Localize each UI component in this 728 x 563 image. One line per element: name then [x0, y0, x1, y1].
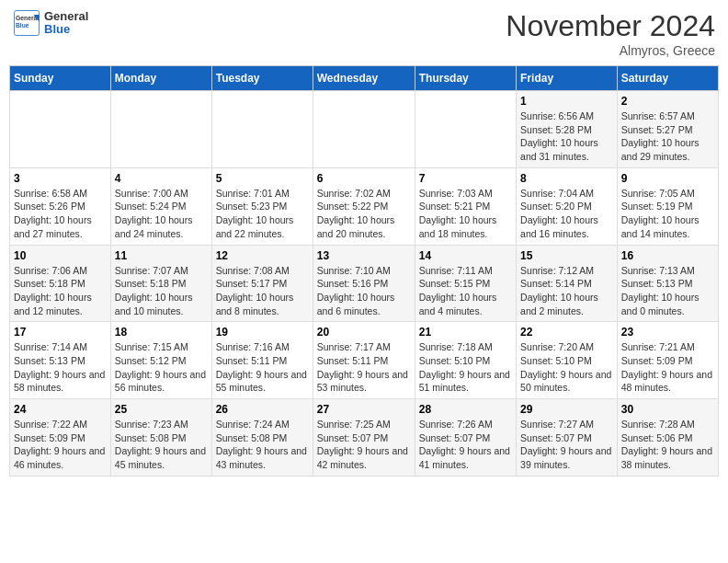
day-info: Sunrise: 7:26 AM Sunset: 5:07 PM Dayligh… [419, 418, 512, 472]
day-number: 19 [216, 326, 309, 339]
calendar-week-row: 17Sunrise: 7:14 AM Sunset: 5:13 PM Dayli… [10, 322, 719, 399]
calendar-week-row: 24Sunrise: 7:22 AM Sunset: 5:09 PM Dayli… [10, 399, 719, 477]
day-info: Sunrise: 7:12 AM Sunset: 5:14 PM Dayligh… [520, 264, 613, 318]
calendar-cell: 29Sunrise: 7:27 AM Sunset: 5:07 PM Dayli… [517, 399, 618, 477]
day-info: Sunrise: 6:56 AM Sunset: 5:28 PM Dayligh… [520, 109, 613, 164]
day-info: Sunrise: 7:02 AM Sunset: 5:22 PM Dayligh… [317, 187, 411, 241]
calendar-cell: 12Sunrise: 7:08 AM Sunset: 5:17 PM Dayli… [211, 245, 313, 322]
day-number: 11 [115, 249, 208, 262]
calendar-week-row: 3Sunrise: 6:58 AM Sunset: 5:26 PM Daylig… [10, 167, 719, 245]
calendar-cell: 19Sunrise: 7:16 AM Sunset: 5:11 PM Dayli… [211, 322, 313, 399]
day-number: 9 [621, 172, 714, 185]
day-number: 29 [520, 403, 613, 416]
calendar-cell: 26Sunrise: 7:24 AM Sunset: 5:08 PM Dayli… [211, 399, 313, 477]
day-info: Sunrise: 7:22 AM Sunset: 5:09 PM Dayligh… [14, 418, 107, 472]
calendar-cell [415, 91, 516, 168]
day-info: Sunrise: 7:06 AM Sunset: 5:18 PM Dayligh… [14, 264, 107, 318]
day-info: Sunrise: 7:15 AM Sunset: 5:12 PM Dayligh… [115, 340, 208, 395]
day-info: Sunrise: 7:23 AM Sunset: 5:08 PM Dayligh… [115, 418, 208, 472]
day-number: 30 [621, 403, 714, 416]
day-info: Sunrise: 7:21 AM Sunset: 5:09 PM Dayligh… [621, 340, 714, 395]
day-number: 16 [621, 249, 714, 262]
weekday-header-wednesday: Wednesday [313, 66, 415, 91]
day-number: 10 [14, 249, 107, 262]
logo-text: General Blue [44, 10, 88, 37]
day-number: 22 [520, 326, 613, 339]
weekday-header-monday: Monday [110, 66, 211, 91]
day-number: 6 [317, 172, 411, 185]
day-info: Sunrise: 7:01 AM Sunset: 5:23 PM Dayligh… [216, 187, 309, 241]
day-number: 21 [419, 326, 512, 339]
calendar-cell: 2Sunrise: 6:57 AM Sunset: 5:27 PM Daylig… [617, 91, 718, 168]
day-info: Sunrise: 7:08 AM Sunset: 5:17 PM Dayligh… [216, 264, 309, 318]
day-number: 20 [317, 326, 411, 339]
day-info: Sunrise: 7:20 AM Sunset: 5:10 PM Dayligh… [520, 340, 613, 395]
weekday-header-thursday: Thursday [415, 66, 516, 91]
day-number: 26 [216, 403, 309, 416]
day-number: 3 [14, 172, 107, 185]
calendar-cell: 16Sunrise: 7:13 AM Sunset: 5:13 PM Dayli… [617, 245, 718, 322]
day-info: Sunrise: 7:10 AM Sunset: 5:16 PM Dayligh… [317, 264, 411, 318]
logo: General Blue General Blue [13, 9, 88, 37]
calendar-cell: 3Sunrise: 6:58 AM Sunset: 5:26 PM Daylig… [10, 167, 111, 245]
day-number: 27 [317, 403, 411, 416]
calendar-week-row: 10Sunrise: 7:06 AM Sunset: 5:18 PM Dayli… [10, 245, 719, 322]
weekday-header-friday: Friday [517, 66, 618, 91]
day-info: Sunrise: 7:28 AM Sunset: 5:06 PM Dayligh… [621, 418, 714, 472]
day-number: 7 [419, 172, 512, 185]
day-number: 15 [520, 249, 613, 262]
calendar-cell: 6Sunrise: 7:02 AM Sunset: 5:22 PM Daylig… [313, 167, 415, 245]
day-info: Sunrise: 7:14 AM Sunset: 5:13 PM Dayligh… [14, 340, 107, 395]
day-number: 1 [520, 95, 613, 108]
day-number: 14 [419, 249, 512, 262]
day-info: Sunrise: 6:58 AM Sunset: 5:26 PM Dayligh… [14, 187, 107, 241]
calendar-cell: 14Sunrise: 7:11 AM Sunset: 5:15 PM Dayli… [415, 245, 516, 322]
calendar-cell [313, 91, 415, 168]
title-block: November 2024 Almyros, Greece [506, 9, 715, 58]
day-number: 2 [621, 95, 714, 108]
calendar-cell [211, 91, 313, 168]
day-info: Sunrise: 7:13 AM Sunset: 5:13 PM Dayligh… [621, 264, 714, 318]
day-info: Sunrise: 7:16 AM Sunset: 5:11 PM Dayligh… [216, 340, 309, 395]
calendar-cell: 18Sunrise: 7:15 AM Sunset: 5:12 PM Dayli… [110, 322, 211, 399]
calendar-cell: 20Sunrise: 7:17 AM Sunset: 5:11 PM Dayli… [313, 322, 415, 399]
day-info: Sunrise: 7:05 AM Sunset: 5:19 PM Dayligh… [621, 187, 714, 241]
calendar-cell: 4Sunrise: 7:00 AM Sunset: 5:24 PM Daylig… [110, 167, 211, 245]
day-info: Sunrise: 7:11 AM Sunset: 5:15 PM Dayligh… [419, 264, 512, 318]
calendar-cell: 27Sunrise: 7:25 AM Sunset: 5:07 PM Dayli… [313, 399, 415, 477]
calendar-cell [110, 91, 211, 168]
day-number: 18 [115, 326, 208, 339]
day-number: 17 [14, 326, 107, 339]
day-info: Sunrise: 7:18 AM Sunset: 5:10 PM Dayligh… [419, 340, 512, 395]
logo-icon: General Blue [13, 9, 40, 37]
calendar-cell: 5Sunrise: 7:01 AM Sunset: 5:23 PM Daylig… [211, 167, 313, 245]
calendar-cell: 23Sunrise: 7:21 AM Sunset: 5:09 PM Dayli… [617, 322, 718, 399]
calendar-cell: 1Sunrise: 6:56 AM Sunset: 5:28 PM Daylig… [517, 91, 618, 168]
location: Almyros, Greece [506, 43, 715, 58]
day-number: 23 [621, 326, 714, 339]
calendar-table: SundayMondayTuesdayWednesdayThursdayFrid… [9, 65, 719, 477]
day-info: Sunrise: 7:03 AM Sunset: 5:21 PM Dayligh… [419, 187, 512, 241]
day-number: 5 [216, 172, 309, 185]
svg-text:Blue: Blue [16, 22, 29, 29]
calendar-cell: 25Sunrise: 7:23 AM Sunset: 5:08 PM Dayli… [110, 399, 211, 477]
calendar-cell: 13Sunrise: 7:10 AM Sunset: 5:16 PM Dayli… [313, 245, 415, 322]
calendar-cell [10, 91, 111, 168]
day-info: Sunrise: 7:27 AM Sunset: 5:07 PM Dayligh… [520, 418, 613, 472]
day-info: Sunrise: 7:25 AM Sunset: 5:07 PM Dayligh… [317, 418, 411, 472]
day-number: 13 [317, 249, 411, 262]
month-title: November 2024 [506, 9, 715, 43]
calendar-cell: 8Sunrise: 7:04 AM Sunset: 5:20 PM Daylig… [517, 167, 618, 245]
day-info: Sunrise: 7:07 AM Sunset: 5:18 PM Dayligh… [115, 264, 208, 318]
weekday-header-row: SundayMondayTuesdayWednesdayThursdayFrid… [10, 66, 719, 91]
calendar-cell: 15Sunrise: 7:12 AM Sunset: 5:14 PM Dayli… [517, 245, 618, 322]
weekday-header-saturday: Saturday [617, 66, 718, 91]
calendar-cell: 7Sunrise: 7:03 AM Sunset: 5:21 PM Daylig… [415, 167, 516, 245]
calendar-cell: 28Sunrise: 7:26 AM Sunset: 5:07 PM Dayli… [415, 399, 516, 477]
day-number: 8 [520, 172, 613, 185]
day-info: Sunrise: 7:24 AM Sunset: 5:08 PM Dayligh… [216, 418, 309, 472]
calendar-week-row: 1Sunrise: 6:56 AM Sunset: 5:28 PM Daylig… [10, 91, 719, 168]
calendar-cell: 17Sunrise: 7:14 AM Sunset: 5:13 PM Dayli… [10, 322, 111, 399]
page-header: General Blue General Blue November 2024 … [9, 9, 719, 58]
day-number: 4 [115, 172, 208, 185]
